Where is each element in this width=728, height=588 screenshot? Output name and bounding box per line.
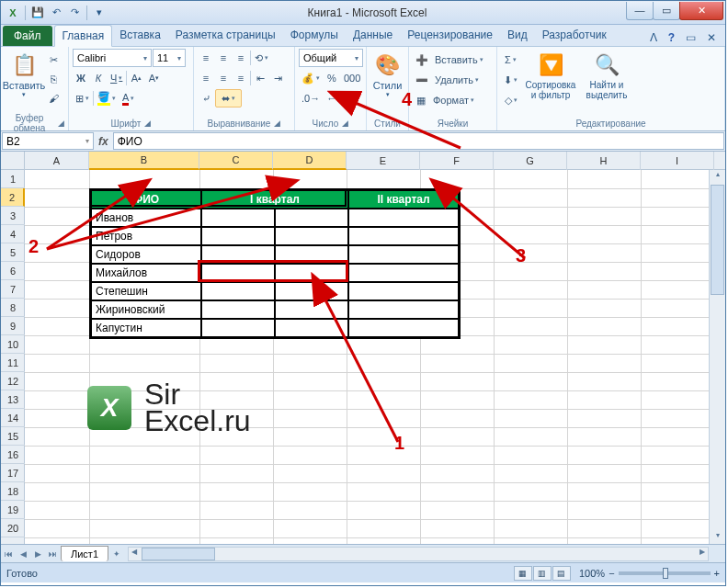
- ribbon-tab-4[interactable]: Данные: [346, 25, 400, 46]
- increase-font-icon[interactable]: A▴: [128, 69, 144, 87]
- vertical-scrollbar[interactable]: ▴ ▾: [709, 170, 725, 544]
- column-header[interactable]: I: [641, 152, 714, 170]
- table-cell[interactable]: Степешин: [91, 282, 201, 300]
- table-cell[interactable]: [275, 282, 348, 300]
- comma-format-icon[interactable]: 000: [341, 69, 363, 87]
- column-header[interactable]: F: [420, 152, 494, 170]
- save-icon[interactable]: 💾: [29, 5, 46, 21]
- row-header[interactable]: 10: [1, 335, 25, 354]
- font-size-combo[interactable]: 11▾: [153, 49, 186, 67]
- table-cell[interactable]: [275, 209, 348, 227]
- borders-icon[interactable]: ⊞: [73, 89, 92, 107]
- row-headers[interactable]: 1234567891011121314151617181920: [1, 170, 25, 544]
- row-header[interactable]: 7: [1, 280, 25, 299]
- new-sheet-icon[interactable]: ✦: [109, 547, 124, 561]
- fx-icon[interactable]: fx: [98, 135, 108, 148]
- table-cell[interactable]: [275, 319, 348, 337]
- fill-icon[interactable]: ⬇: [501, 71, 520, 89]
- fill-color-icon[interactable]: 🪣: [95, 89, 119, 107]
- table-cell[interactable]: Михайлов: [91, 264, 201, 282]
- clear-icon[interactable]: ◇: [501, 91, 520, 109]
- orientation-icon[interactable]: ⟲: [252, 49, 271, 67]
- ribbon-tab-1[interactable]: Вставка: [112, 25, 168, 46]
- ribbon-tab-7[interactable]: Разработчик: [535, 25, 614, 46]
- styles-button[interactable]: 🎨 Стили ▾: [370, 49, 404, 113]
- close-button[interactable]: ✕: [679, 2, 723, 20]
- table-cell[interactable]: [348, 245, 459, 264]
- table-cell[interactable]: [348, 264, 459, 282]
- table-cell[interactable]: Жириновский: [91, 300, 201, 319]
- table-cell[interactable]: [275, 300, 348, 319]
- column-header[interactable]: B: [89, 152, 199, 170]
- table-cell[interactable]: [348, 282, 459, 300]
- cut-icon[interactable]: ✂: [45, 51, 62, 69]
- row-header[interactable]: 4: [1, 225, 25, 243]
- column-header[interactable]: G: [494, 152, 567, 170]
- next-sheet-icon[interactable]: ▶: [30, 547, 45, 561]
- redo-icon[interactable]: ↷: [66, 5, 83, 21]
- number-format-combo[interactable]: Общий▾: [299, 49, 363, 67]
- normal-view-icon[interactable]: ▦: [514, 566, 532, 581]
- align-left-icon[interactable]: ≡: [198, 69, 214, 87]
- decrease-indent-icon[interactable]: ⇤: [252, 69, 268, 87]
- sort-filter-button[interactable]: 🔽 Сортировка и фильтр: [522, 49, 579, 113]
- delete-cells-icon[interactable]: ➖: [413, 71, 431, 89]
- table-cell[interactable]: Иванов: [91, 209, 201, 227]
- page-break-view-icon[interactable]: ▤: [552, 566, 571, 581]
- ribbon-tab-3[interactable]: Формулы: [283, 25, 346, 46]
- ribbon-tab-0[interactable]: Главная: [54, 25, 113, 47]
- row-header[interactable]: 11: [1, 354, 25, 372]
- table-cell[interactable]: [201, 319, 275, 337]
- insert-cells-button[interactable]: Вставить: [432, 51, 486, 69]
- format-cells-icon[interactable]: ▦: [413, 91, 429, 109]
- table-cell[interactable]: [201, 300, 275, 319]
- table-cell[interactable]: [348, 227, 459, 245]
- table-cell[interactable]: [348, 319, 459, 337]
- italic-button[interactable]: К: [90, 69, 107, 87]
- column-header[interactable]: D: [273, 152, 347, 170]
- ribbon-tab-5[interactable]: Рецензирование: [400, 25, 500, 46]
- column-header[interactable]: E: [347, 152, 420, 170]
- table-cell[interactable]: [348, 209, 459, 227]
- qat-customize-icon[interactable]: ▾: [91, 5, 108, 21]
- font-name-combo[interactable]: Calibri▾: [73, 49, 152, 67]
- row-header[interactable]: 14: [1, 409, 25, 427]
- column-header[interactable]: H: [567, 152, 641, 170]
- dialog-launcher-icon[interactable]: ◢: [342, 119, 348, 128]
- align-bottom-icon[interactable]: ≡: [233, 49, 249, 67]
- table-cell[interactable]: Петров: [91, 227, 201, 245]
- table-cell[interactable]: [201, 209, 275, 227]
- table-cell[interactable]: [275, 227, 348, 245]
- align-center-icon[interactable]: ≡: [215, 69, 232, 87]
- zoom-value[interactable]: 100%: [579, 568, 605, 579]
- scrollbar-thumb[interactable]: [142, 548, 215, 560]
- percent-format-icon[interactable]: %: [324, 69, 340, 87]
- row-header[interactable]: 3: [1, 207, 25, 225]
- bold-button[interactable]: Ж: [73, 69, 89, 87]
- insert-cells-icon[interactable]: ➕: [413, 51, 431, 69]
- scrollbar-thumb[interactable]: [711, 185, 724, 295]
- close-workbook-icon[interactable]: ✕: [703, 29, 720, 46]
- dialog-launcher-icon[interactable]: ◢: [144, 119, 151, 128]
- merge-cells-button[interactable]: ⬌: [215, 89, 242, 107]
- ribbon-tab-6[interactable]: Вид: [500, 25, 535, 46]
- align-middle-icon[interactable]: ≡: [215, 49, 232, 67]
- wrap-text-icon[interactable]: ⤶: [198, 89, 214, 107]
- formula-input[interactable]: ФИО: [113, 132, 724, 150]
- minimize-button[interactable]: —: [626, 2, 654, 20]
- last-sheet-icon[interactable]: ⏭: [45, 547, 60, 561]
- select-all-corner[interactable]: [1, 152, 25, 170]
- dialog-launcher-icon[interactable]: ◢: [274, 119, 280, 128]
- row-header[interactable]: 2: [1, 188, 25, 207]
- column-headers[interactable]: ABCDEFGHI: [25, 152, 725, 170]
- zoom-out-icon[interactable]: −: [609, 568, 614, 579]
- underline-button[interactable]: Ч: [108, 69, 125, 87]
- copy-icon[interactable]: ⎘: [45, 70, 62, 88]
- table-cell[interactable]: Капустин: [91, 319, 201, 337]
- row-header[interactable]: 20: [1, 519, 25, 537]
- row-header[interactable]: 1: [1, 170, 25, 188]
- help-icon[interactable]: ?: [665, 29, 678, 46]
- format-cells-button[interactable]: Формат: [430, 91, 477, 109]
- row-header[interactable]: 9: [1, 317, 25, 335]
- first-sheet-icon[interactable]: ⏮: [1, 547, 16, 561]
